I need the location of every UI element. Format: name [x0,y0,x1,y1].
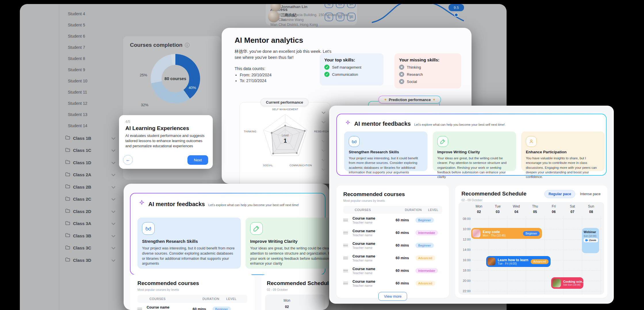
chevron-down-icon[interactable] [319,121,328,123]
regular-pace-toggle[interactable]: Regular pace [544,190,576,198]
schedule-range: 02 - 09 October [267,288,324,291]
chevron-down-icon[interactable] [111,172,116,177]
chevron-down-icon[interactable] [319,149,328,152]
chevron-down-icon[interactable] [111,160,116,165]
course-row[interactable]: Course nameTeacher name60 minsBeginner [137,303,247,310]
analytics-title: AI Mentor analytics [235,36,303,45]
sidebar-item-class[interactable]: Class 3D [65,257,116,264]
radar-data-polygon [272,126,305,154]
chevron-down-icon[interactable] [111,221,116,226]
radar-axis-self-management: SELF MANAGEMENT [272,108,298,111]
chevron-down-icon[interactable] [111,245,116,250]
sidebar-item-student[interactable]: Student 13 [68,112,87,118]
sidebar-class-label: Class 1C [73,148,91,153]
back-arrow-button[interactable]: ← [123,155,133,165]
time-label: 14:00 [459,248,471,251]
chevron-down-icon[interactable] [111,209,116,214]
sidebar-item-class[interactable]: Class 2B [65,183,116,190]
schedule-event-learn-how-to-learn[interactable]: Learn how to learnTue - Fri (4:00)Advanc… [486,256,551,267]
view-more-button[interactable]: View more [378,292,407,301]
time-label: 16:00 [459,258,471,262]
sidebar-class-label: Class 2B [73,185,91,189]
x-icon: ✕ [399,79,404,84]
sidebar-item-class[interactable]: Class 3C [65,245,116,251]
sidebar-class-label: Class 3D [73,258,91,263]
chevron-down-icon[interactable] [111,185,116,189]
chevron-down-icon[interactable] [319,130,328,133]
drag-handle-icon[interactable] [137,308,142,310]
radar-axis-thinking: THINKING [244,130,256,133]
contact-name: Jonnathan Lin [281,5,307,9]
day-date: 02 [470,210,488,214]
sidebar-class-label: Class 2D [73,209,91,214]
sidebar-item-student[interactable]: Student 11 [68,90,87,96]
teacher-name: Teacher name [352,284,396,287]
chevron-down-icon[interactable] [319,140,328,142]
pencil-icon [250,222,263,235]
phone-icon[interactable] [325,4,333,8]
sidebar-item-class[interactable]: Class 2A [65,171,116,178]
course-row[interactable]: Course nameTeacher name60 minsBeginner [343,214,442,226]
info-icon[interactable]: i [185,43,189,47]
tab-prediction-performance[interactable]: ✦ Prediction performance ✦ [378,96,441,104]
recommended-courses-title: Recommended courses [343,191,442,197]
next-button[interactable]: Next [187,155,208,165]
schedule-event-cooking-scie-[interactable]: Cooking scie...Sat-Sun (19:00) [551,277,583,289]
chevron-down-icon[interactable] [111,233,116,238]
missing-skills-list: ✕Thinking✕Research✕Social [399,65,457,84]
schedule-event-easy-code[interactable]: Easy codeMon - Thu (10:45)Beginner [471,228,542,239]
sidebar-item-class[interactable]: Class 2D [65,208,116,215]
chevron-down-icon[interactable] [319,168,328,171]
folder-icon [65,221,70,226]
teacher-name: Teacher name [352,233,396,237]
mail-icon[interactable] [336,13,344,21]
zoom-button[interactable]: Zoom [584,238,598,242]
sidebar-item-class[interactable]: Class 1D [65,159,116,166]
course-name: Course name [352,254,396,259]
sidebar-item-student[interactable]: Student 14 [68,123,87,129]
chevron-down-icon[interactable] [111,258,116,263]
chat-icon[interactable] [347,4,356,8]
sidebar-item-student[interactable]: Student 6 [68,34,85,40]
sidebar-item-student[interactable]: Student 12 [68,101,87,107]
sidebar-item-student[interactable]: Student 9 [68,67,85,73]
chevron-down-icon[interactable] [111,197,116,202]
intense-pace-toggle[interactable]: Intense pace [577,190,603,198]
sidebar-item-student[interactable]: Student 8 [68,56,85,62]
phone-icon[interactable] [325,13,333,21]
sidebar-item-class[interactable]: Class 1B [65,135,116,142]
chat-icon[interactable] [347,13,356,21]
drag-handle-icon[interactable] [343,231,348,235]
course-row[interactable]: Course nameTeacher name60 minsIntermedat… [343,226,442,239]
address-line: Wan Chai District. Hong Kong [270,22,352,27]
mail-icon[interactable] [336,4,344,8]
sidebar-item-student[interactable]: Student 7 [68,45,85,51]
sidebar-item-student[interactable]: Student 10 [68,79,87,84]
sidebar-item-class[interactable]: Class 3A [65,220,116,227]
course-row[interactable]: Course nameTeacher name60 minsAdvanced [343,252,442,264]
sidebar-class-label: Class 2A [73,172,91,177]
sidebar-item-student[interactable]: Student 4 [68,11,85,17]
sidebar-item-class[interactable]: Class 2C [65,196,116,203]
chevron-down-icon[interactable] [319,111,328,114]
chevron-down-icon[interactable] [111,148,116,153]
time-label: 20:00 [459,279,471,282]
sidebar-item-student[interactable]: Student 5 [68,23,85,28]
sidebar-class-label: Class 3A [73,221,91,226]
sidebar-item-class[interactable]: Class 3B [65,232,116,239]
course-row[interactable]: Course nameTeacher name60 minsBeginner [343,239,442,252]
teacher-name: Teacher name [352,221,396,224]
sidebar-item-class[interactable]: Class 1C [65,147,116,154]
drag-handle-icon[interactable] [343,244,348,247]
chevron-down-icon[interactable] [111,136,116,141]
tab-current-performance[interactable]: Current performance [260,98,308,106]
course-row[interactable]: Course nameTeacher name60 minsAdvanced [343,277,442,290]
chevron-down-icon[interactable] [319,159,328,161]
drag-handle-icon[interactable] [343,257,348,260]
drag-handle-icon[interactable] [343,282,348,285]
drag-handle-icon[interactable] [343,219,348,222]
course-row[interactable]: Course nameTeacher name60 minsIntermedat… [343,264,442,277]
drag-handle-icon[interactable] [343,269,348,272]
missing-skills-title: Your missing skills: [399,57,457,62]
schedule-event-webinar[interactable]: WebinarSun (10:00)Zoom [582,228,599,253]
